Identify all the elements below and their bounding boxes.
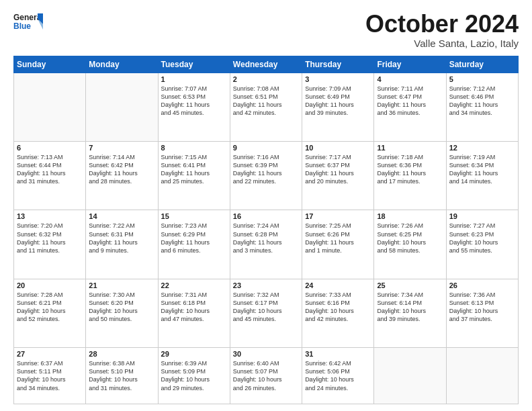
calendar-week-3: 13Sunrise: 7:20 AMSunset: 6:32 PMDayligh…	[14, 210, 519, 279]
calendar-table: SundayMondayTuesdayWednesdayThursdayFrid…	[13, 56, 519, 404]
day-info: Sunrise: 7:36 AMSunset: 6:13 PMDaylight:…	[449, 291, 515, 324]
day-info: Sunrise: 7:32 AMSunset: 6:17 PMDaylight:…	[233, 291, 299, 324]
day-info: Sunrise: 7:16 AMSunset: 6:39 PMDaylight:…	[233, 153, 299, 186]
calendar-day-8: 8Sunrise: 7:15 AMSunset: 6:41 PMDaylight…	[158, 141, 230, 210]
day-number: 11	[377, 144, 443, 152]
calendar-day-5: 5Sunrise: 7:12 AMSunset: 6:46 PMDaylight…	[446, 73, 518, 141]
day-info: Sunrise: 7:25 AMSunset: 6:26 PMDaylight:…	[305, 222, 371, 255]
calendar-day-19: 19Sunrise: 7:27 AMSunset: 6:23 PMDayligh…	[446, 210, 518, 279]
calendar-week-2: 6Sunrise: 7:13 AMSunset: 6:44 PMDaylight…	[14, 141, 519, 210]
calendar-day-23: 23Sunrise: 7:32 AMSunset: 6:17 PMDayligh…	[230, 279, 302, 347]
day-info: Sunrise: 7:33 AMSunset: 6:16 PMDaylight:…	[305, 291, 371, 324]
day-info: Sunrise: 7:34 AMSunset: 6:14 PMDaylight:…	[377, 291, 443, 324]
calendar-day-17: 17Sunrise: 7:25 AMSunset: 6:26 PMDayligh…	[302, 210, 374, 279]
day-header-thursday: Thursday	[302, 56, 374, 73]
day-number: 12	[449, 144, 515, 152]
calendar-day-29: 29Sunrise: 6:39 AMSunset: 5:09 PMDayligh…	[158, 348, 230, 404]
calendar-day-2: 2Sunrise: 7:08 AMSunset: 6:51 PMDaylight…	[230, 73, 302, 141]
day-info: Sunrise: 7:07 AMSunset: 6:53 PMDaylight:…	[161, 85, 227, 118]
calendar-day-25: 25Sunrise: 7:34 AMSunset: 6:14 PMDayligh…	[374, 279, 446, 347]
day-info: Sunrise: 6:40 AMSunset: 5:07 PMDaylight:…	[233, 359, 299, 392]
day-number: 31	[305, 350, 371, 358]
logo: General Blue	[13, 11, 43, 35]
day-info: Sunrise: 7:28 AMSunset: 6:21 PMDaylight:…	[17, 291, 83, 324]
day-info: Sunrise: 7:15 AMSunset: 6:41 PMDaylight:…	[161, 153, 227, 186]
day-number: 29	[161, 350, 227, 358]
day-info: Sunrise: 6:39 AMSunset: 5:09 PMDaylight:…	[161, 359, 227, 392]
day-number: 25	[377, 281, 443, 289]
calendar-day-10: 10Sunrise: 7:17 AMSunset: 6:37 PMDayligh…	[302, 141, 374, 210]
calendar-header-row: SundayMondayTuesdayWednesdayThursdayFrid…	[14, 56, 519, 73]
calendar-week-1: 1Sunrise: 7:07 AMSunset: 6:53 PMDaylight…	[14, 73, 519, 141]
day-number: 9	[233, 144, 299, 152]
location: Valle Santa, Lazio, Italy	[365, 38, 519, 49]
calendar-day-16: 16Sunrise: 7:24 AMSunset: 6:28 PMDayligh…	[230, 210, 302, 279]
day-number: 18	[377, 212, 443, 220]
header: General Blue October 2024 Valle Santa, L…	[13, 11, 519, 49]
day-number: 15	[161, 212, 227, 220]
calendar-day-1: 1Sunrise: 7:07 AMSunset: 6:53 PMDaylight…	[158, 73, 230, 141]
calendar-day-13: 13Sunrise: 7:20 AMSunset: 6:32 PMDayligh…	[14, 210, 86, 279]
calendar-day-26: 26Sunrise: 7:36 AMSunset: 6:13 PMDayligh…	[446, 279, 518, 347]
day-number: 13	[17, 212, 83, 220]
calendar-day-11: 11Sunrise: 7:18 AMSunset: 6:36 PMDayligh…	[374, 141, 446, 210]
calendar-week-4: 20Sunrise: 7:28 AMSunset: 6:21 PMDayligh…	[14, 279, 519, 347]
day-info: Sunrise: 7:18 AMSunset: 6:36 PMDaylight:…	[377, 153, 443, 186]
day-number: 4	[377, 75, 443, 83]
day-number: 27	[17, 350, 83, 358]
calendar-day-15: 15Sunrise: 7:23 AMSunset: 6:29 PMDayligh…	[158, 210, 230, 279]
calendar-week-5: 27Sunrise: 6:37 AMSunset: 5:11 PMDayligh…	[14, 348, 519, 404]
day-header-friday: Friday	[374, 56, 446, 73]
calendar-day-7: 7Sunrise: 7:14 AMSunset: 6:42 PMDaylight…	[86, 141, 158, 210]
calendar-day-27: 27Sunrise: 6:37 AMSunset: 5:11 PMDayligh…	[14, 348, 86, 404]
day-info: Sunrise: 7:17 AMSunset: 6:37 PMDaylight:…	[305, 153, 371, 186]
day-number: 20	[17, 281, 83, 289]
day-number: 3	[305, 75, 371, 83]
day-number: 2	[233, 75, 299, 83]
calendar-day-4: 4Sunrise: 7:11 AMSunset: 6:47 PMDaylight…	[374, 73, 446, 141]
day-number: 19	[449, 212, 515, 220]
day-header-monday: Monday	[86, 56, 158, 73]
day-info: Sunrise: 7:31 AMSunset: 6:18 PMDaylight:…	[161, 291, 227, 324]
day-number: 5	[449, 75, 515, 83]
day-header-tuesday: Tuesday	[158, 56, 230, 73]
day-number: 16	[233, 212, 299, 220]
calendar-page: General Blue October 2024 Valle Santa, L…	[0, 0, 532, 411]
calendar-empty-cell	[14, 73, 86, 141]
day-number: 8	[161, 144, 227, 152]
day-number: 22	[161, 281, 227, 289]
day-header-saturday: Saturday	[446, 56, 518, 73]
calendar-day-24: 24Sunrise: 7:33 AMSunset: 6:16 PMDayligh…	[302, 279, 374, 347]
day-number: 28	[89, 350, 154, 358]
day-number: 6	[17, 144, 83, 152]
calendar-day-6: 6Sunrise: 7:13 AMSunset: 6:44 PMDaylight…	[14, 141, 86, 210]
svg-text:Blue: Blue	[13, 21, 31, 31]
day-info: Sunrise: 7:09 AMSunset: 6:49 PMDaylight:…	[305, 85, 371, 118]
day-info: Sunrise: 7:23 AMSunset: 6:29 PMDaylight:…	[161, 222, 227, 255]
logo-icon: General Blue	[13, 11, 43, 35]
day-info: Sunrise: 7:14 AMSunset: 6:42 PMDaylight:…	[89, 153, 154, 186]
day-info: Sunrise: 6:37 AMSunset: 5:11 PMDaylight:…	[17, 359, 83, 392]
title-block: October 2024 Valle Santa, Lazio, Italy	[365, 11, 519, 49]
calendar-day-21: 21Sunrise: 7:30 AMSunset: 6:20 PMDayligh…	[86, 279, 158, 347]
day-info: Sunrise: 7:27 AMSunset: 6:23 PMDaylight:…	[449, 222, 515, 255]
day-info: Sunrise: 7:12 AMSunset: 6:46 PMDaylight:…	[449, 85, 515, 118]
day-number: 23	[233, 281, 299, 289]
day-number: 14	[89, 212, 154, 220]
day-header-sunday: Sunday	[14, 56, 86, 73]
day-info: Sunrise: 7:11 AMSunset: 6:47 PMDaylight:…	[377, 85, 443, 118]
calendar-empty-cell	[374, 348, 446, 404]
day-info: Sunrise: 7:22 AMSunset: 6:31 PMDaylight:…	[89, 222, 154, 255]
calendar-empty-cell	[86, 73, 158, 141]
calendar-day-14: 14Sunrise: 7:22 AMSunset: 6:31 PMDayligh…	[86, 210, 158, 279]
calendar-empty-cell	[446, 348, 518, 404]
day-info: Sunrise: 6:42 AMSunset: 5:06 PMDaylight:…	[305, 359, 371, 392]
day-header-wednesday: Wednesday	[230, 56, 302, 73]
day-info: Sunrise: 7:13 AMSunset: 6:44 PMDaylight:…	[17, 153, 83, 186]
day-info: Sunrise: 7:20 AMSunset: 6:32 PMDaylight:…	[17, 222, 83, 255]
day-number: 24	[305, 281, 371, 289]
calendar-day-9: 9Sunrise: 7:16 AMSunset: 6:39 PMDaylight…	[230, 141, 302, 210]
day-info: Sunrise: 6:38 AMSunset: 5:10 PMDaylight:…	[89, 359, 154, 392]
day-number: 7	[89, 144, 154, 152]
day-number: 17	[305, 212, 371, 220]
